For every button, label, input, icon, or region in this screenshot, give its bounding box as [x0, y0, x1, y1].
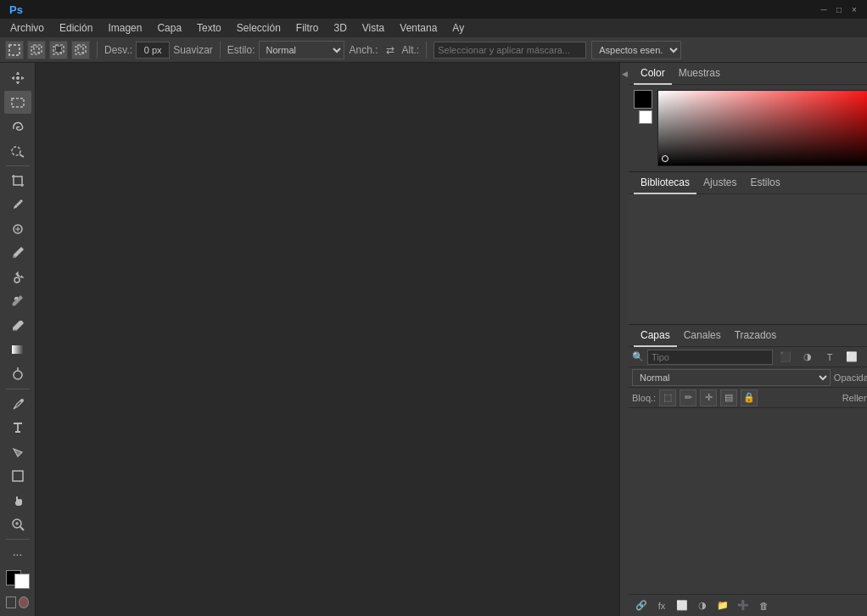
text-tool[interactable] [4, 417, 31, 439]
minimize-button[interactable]: ─ [818, 3, 830, 15]
svg-rect-19 [12, 345, 24, 354]
svg-rect-5 [56, 47, 61, 52]
tab-canales[interactable]: Canales [677, 325, 728, 347]
menu-filtro[interactable]: Filtro [289, 20, 326, 36]
swap-icon[interactable]: ⇄ [382, 42, 399, 59]
tool-separator-3 [6, 539, 30, 540]
eyedropper-tool[interactable] [4, 193, 31, 216]
close-button[interactable]: × [848, 3, 860, 15]
maximize-button[interactable]: □ [833, 3, 845, 15]
optionsbar: Desv.: Suavizar Estilo: Normal Proporció… [0, 37, 867, 63]
layer-filter-image-icon[interactable]: ⬛ [776, 348, 795, 367]
history-brush-tool[interactable] [4, 290, 31, 312]
dodge-tool[interactable] [4, 362, 31, 384]
new-group-btn[interactable]: 📁 [713, 596, 732, 615]
pen-tool[interactable] [4, 393, 31, 415]
intersect-selection-btn[interactable] [71, 41, 90, 59]
delete-layer-btn[interactable]: 🗑 [754, 596, 773, 615]
lock-all-btn[interactable]: 🔒 [741, 389, 758, 406]
layers-blend-row: Normal Disolver Oscurecer Opacidad: [629, 367, 867, 388]
gradient-tool[interactable] [4, 339, 31, 361]
crop-tool[interactable] [4, 170, 31, 192]
ellipsis-icon: ··· [13, 547, 23, 561]
path-selection-tool[interactable] [4, 440, 31, 462]
clone-stamp-tool[interactable] [4, 266, 31, 288]
menu-capa[interactable]: Capa [150, 20, 188, 36]
background-color[interactable] [14, 574, 30, 589]
more-tools[interactable]: ··· [4, 543, 31, 565]
color-swatches[interactable] [4, 568, 31, 591]
tab-color[interactable]: Color [634, 63, 672, 85]
add-mask-btn[interactable]: ⬜ [673, 596, 691, 615]
svg-rect-1 [31, 47, 39, 54]
separator-1 [97, 42, 98, 59]
toolbar: ··· [0, 63, 36, 616]
layers-filter-input[interactable] [647, 350, 773, 365]
healing-tool[interactable] [4, 218, 31, 240]
menu-ay[interactable]: Ay [445, 20, 471, 36]
eraser-tool[interactable] [4, 314, 31, 336]
lock-transparent-btn[interactable]: ⬚ [659, 389, 676, 406]
tab-ajustes[interactable]: Ajustes [696, 172, 743, 194]
tab-capas[interactable]: Capas [634, 325, 677, 347]
bg-swatch[interactable] [639, 110, 652, 124]
menu-ventana[interactable]: Ventana [393, 20, 444, 36]
marquee-tool[interactable] [4, 91, 31, 113]
tab-bibliotecas[interactable]: Bibliotecas [634, 172, 696, 194]
shape-tool[interactable] [4, 465, 31, 487]
menu-3d[interactable]: 3D [327, 20, 353, 36]
libraries-panel: Bibliotecas Ajustes Estilos ≡ [629, 172, 867, 325]
layer-filter-shape-icon[interactable]: ⬜ [842, 348, 861, 367]
svg-line-11 [20, 154, 24, 157]
separator-2 [220, 42, 221, 59]
brush-tool[interactable] [4, 242, 31, 264]
lock-artboard-btn[interactable]: ▤ [720, 389, 737, 406]
menu-edicion[interactable]: Edición [53, 20, 99, 36]
new-layer-btn[interactable]: ➕ [734, 596, 752, 615]
svg-point-20 [14, 371, 22, 379]
move-tool[interactable] [4, 67, 31, 89]
canvas-area [36, 63, 619, 616]
lock-position-btn[interactable]: ✛ [700, 389, 717, 406]
fg-swatch[interactable] [634, 90, 652, 109]
estilo-select[interactable]: Normal Proporción fija Tamaño fijo [259, 41, 344, 59]
lock-pixels-btn[interactable]: ✏ [680, 389, 696, 406]
hand-tool[interactable] [4, 489, 31, 511]
menubar: Archivo Edición Imagen Capa Texto Selecc… [0, 19, 867, 37]
ps-logo-icon: Ps [7, 0, 25, 19]
tool-separator-2 [6, 389, 30, 389]
svg-line-25 [20, 527, 24, 530]
zoom-tool[interactable] [4, 513, 31, 535]
collapse-arrow-left[interactable]: ◀ [620, 70, 629, 78]
aspects-select[interactable]: Aspectos esen. [591, 41, 681, 59]
add-selection-btn[interactable] [27, 41, 46, 59]
color-panel: Color Muestras ≡ [629, 63, 867, 172]
blend-mode-select[interactable]: Normal Disolver Oscurecer [632, 369, 831, 386]
layers-bottom-toolbar: 🔗 fx ⬜ ◑ 📁 ➕ 🗑 [629, 594, 867, 616]
desv-input[interactable] [136, 42, 170, 59]
new-adjustment-btn[interactable]: ◑ [693, 596, 712, 615]
menu-archivo[interactable]: Archivo [3, 20, 51, 36]
quick-mask-btn[interactable] [19, 596, 29, 608]
link-layers-btn[interactable]: 🔗 [632, 596, 651, 615]
menu-seleccion[interactable]: Selección [230, 20, 288, 36]
standard-mode-btn[interactable] [6, 596, 16, 608]
color-gradient-field[interactable] [657, 90, 867, 166]
svg-rect-6 [76, 47, 83, 54]
add-style-btn[interactable]: fx [652, 596, 671, 615]
separator-3 [426, 42, 427, 59]
subtract-selection-btn[interactable] [49, 41, 68, 59]
menu-imagen[interactable]: Imagen [101, 20, 148, 36]
menu-vista[interactable]: Vista [355, 20, 391, 36]
layer-filter-adjustment-icon[interactable]: ◑ [798, 348, 817, 367]
color-swatch-stack [634, 90, 652, 124]
mask-input[interactable] [434, 42, 586, 59]
new-selection-btn[interactable] [5, 41, 24, 59]
tab-trazados[interactable]: Trazados [728, 325, 784, 347]
lasso-tool[interactable] [4, 115, 31, 137]
tab-estilos[interactable]: Estilos [743, 172, 786, 194]
tab-muestras[interactable]: Muestras [672, 63, 727, 85]
quick-selection-tool[interactable] [4, 139, 31, 161]
menu-texto[interactable]: Texto [190, 20, 228, 36]
layer-filter-type-icon[interactable]: T [820, 348, 839, 367]
